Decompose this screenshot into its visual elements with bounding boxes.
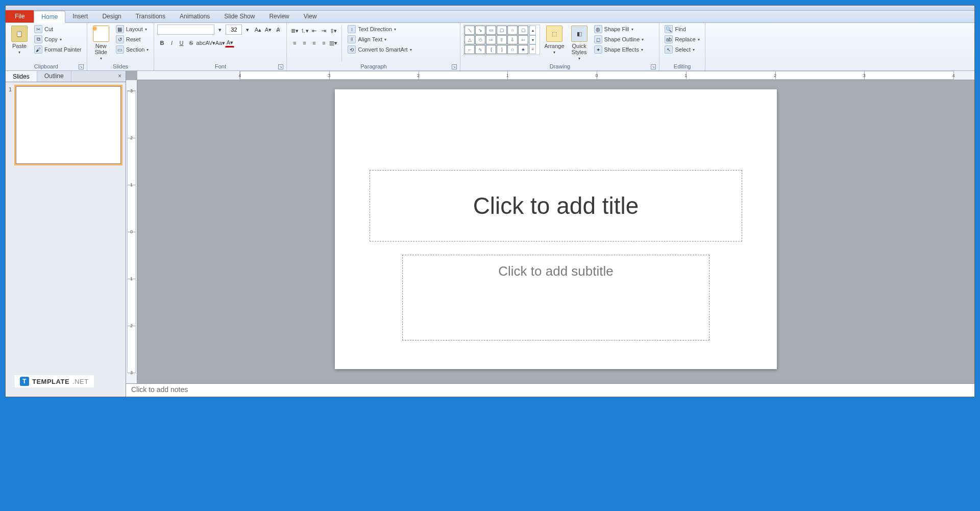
shape-uparrow-icon[interactable]: ⇧ [497,35,507,44]
underline-button[interactable]: U [177,38,186,47]
shape-roundrect-icon[interactable]: ▢ [497,26,507,35]
file-tab[interactable]: File [6,10,34,22]
tab-design[interactable]: Design [95,10,128,22]
quick-styles-button[interactable]: ◧ Quick Styles ▾ [569,25,590,62]
group-clipboard: 📋 Paste ▾ ✂Cut ⧉Copy 🖌Format Painter Cli… [6,23,87,70]
shapes-scroll[interactable]: ▴▾≡ [529,26,536,54]
paragraph-launcher[interactable]: ↘ [452,64,457,69]
replace-button[interactable]: abReplace [663,35,701,44]
tab-transitions[interactable]: Transitions [129,10,173,22]
font-size-dropdown[interactable]: ▾ [243,25,252,34]
clipboard-launcher[interactable]: ↘ [79,64,84,69]
strikethrough-button[interactable]: S [186,38,195,47]
horizontal-ruler[interactable]: 432101234 [137,71,974,80]
format-painter-button[interactable]: 🖌Format Painter [32,45,84,54]
increase-indent-button[interactable]: ⇥ [319,26,328,35]
notes-pane[interactable]: Click to add notes [126,383,974,397]
character-spacing-button[interactable]: AV▾ [206,38,215,47]
bold-button[interactable]: B [157,38,166,47]
tab-insert[interactable]: Insert [65,10,95,22]
shape-brace2-icon[interactable]: } [497,45,507,54]
slide-canvas-area[interactable]: Click to add title Click to add subtitle [137,80,974,383]
shape-rounded-icon[interactable]: ▢ [518,26,528,35]
title-placeholder[interactable]: Click to add title [370,170,742,241]
columns-button[interactable]: ▥▾ [329,38,338,47]
bullets-button[interactable]: ≣▾ [290,26,299,35]
shape-effects-button[interactable]: ✦Shape Effects [592,45,646,54]
watermark-logo-icon: T [20,377,29,386]
paste-label: Paste [12,43,27,49]
justify-button[interactable]: ≡ [319,38,328,47]
shape-star-icon[interactable]: ☆ [507,45,518,54]
font-color-button[interactable]: A▾ [225,38,234,47]
replace-icon: ab [665,35,673,43]
shape-outline-button[interactable]: ◻Shape Outline [592,35,646,44]
line-spacing-button[interactable]: ‡▾ [329,26,338,35]
shapes-down-icon[interactable]: ▾ [529,35,536,45]
font-launcher[interactable]: ↘ [278,64,283,69]
shape-rightarrow-icon[interactable]: ⇨ [486,35,496,44]
select-button[interactable]: ↖Select [663,45,701,54]
find-button[interactable]: 🔍Find [663,25,701,34]
pane-close-button[interactable]: × [114,71,126,82]
align-left-button[interactable]: ≡ [290,38,299,47]
title-placeholder-text: Click to add title [473,192,639,220]
shape-line-icon[interactable]: ＼ [464,26,475,35]
shapes-up-icon[interactable]: ▴ [529,26,536,35]
section-button[interactable]: ▭Section [114,45,151,54]
vertical-ruler[interactable]: 3210123 [126,80,137,383]
clear-formatting-button[interactable]: A̷ [274,25,283,34]
shape-rect-icon[interactable]: ▭ [486,26,496,35]
shapes-more-icon[interactable]: ≡ [529,44,536,54]
tab-slideshow[interactable]: Slide Show [217,10,262,22]
shape-connector-icon[interactable]: ⌐ [464,45,475,54]
copy-button[interactable]: ⧉Copy [32,35,84,44]
pane-tab-outline[interactable]: Outline [37,71,71,82]
drawing-launcher[interactable]: ↘ [651,64,656,69]
tab-home[interactable]: Home [34,11,65,23]
text-direction-button[interactable]: ↕Text Direction [346,25,413,34]
tab-view[interactable]: View [297,10,324,22]
shape-effects-icon: ✦ [594,45,602,54]
numbering-button[interactable]: ⒈▾ [300,26,309,35]
new-slide-button[interactable]: ✸ New Slide ▾ [90,25,112,62]
shapes-gallery[interactable]: ＼ ↘ ▭ ▢ ○ ▢ ▴▾≡ △ ◇ ⇨ ⇧ ⇩ ⇦ ⌐ ∿ { } [463,25,540,55]
text-shadow-button[interactable]: abc [196,38,205,47]
shape-arrow-icon[interactable]: ↘ [475,26,485,35]
shape-star5-icon[interactable]: ★ [518,45,528,54]
thumbnail-item: 1 [9,86,122,164]
pane-tab-slides[interactable]: Slides [6,71,37,82]
decrease-indent-button[interactable]: ⇤ [309,26,318,35]
shape-oval-icon[interactable]: ○ [507,26,518,35]
tab-animations[interactable]: Animations [173,10,217,22]
align-text-button[interactable]: ⫴Align Text [346,35,413,44]
font-name-input[interactable] [157,25,214,35]
shape-diamond-icon[interactable]: ◇ [475,35,485,44]
tab-review[interactable]: Review [262,10,296,22]
shape-downarrow-icon[interactable]: ⇩ [507,35,518,44]
paste-button[interactable]: 📋 Paste ▾ [9,25,30,56]
italic-button[interactable]: I [167,38,176,47]
shape-curve-icon[interactable]: ∿ [475,45,485,54]
shape-brace-icon[interactable]: { [486,45,496,54]
reset-button[interactable]: ↺Reset [114,35,151,44]
subtitle-placeholder[interactable]: Click to add subtitle [402,255,709,340]
shape-outline-icon: ◻ [594,35,602,43]
align-right-button[interactable]: ≡ [309,38,318,47]
shape-fill-button[interactable]: ◍Shape Fill [592,25,646,34]
slide[interactable]: Click to add title Click to add subtitle [335,89,777,369]
layout-button[interactable]: ▦Layout [114,25,151,34]
change-case-button[interactable]: Aa▾ [215,38,225,47]
shrink-font-button[interactable]: A▾ [263,25,273,34]
arrange-button[interactable]: ⬚ Arrange ▾ [542,25,566,56]
convert-smartart-button[interactable]: ⟲Convert to SmartArt [346,45,413,54]
slide-thumbnail[interactable] [16,86,121,164]
cut-button[interactable]: ✂Cut [32,25,84,34]
shape-triangle-icon[interactable]: △ [464,35,475,44]
align-center-button[interactable]: ≡ [300,38,309,47]
grow-font-button[interactable]: A▴ [253,25,262,34]
font-name-dropdown[interactable]: ▾ [215,25,225,34]
font-size-input[interactable] [226,25,242,35]
shape-leftarrow-icon[interactable]: ⇦ [518,35,528,44]
paragraph-group-label: Paragraph [360,63,386,69]
